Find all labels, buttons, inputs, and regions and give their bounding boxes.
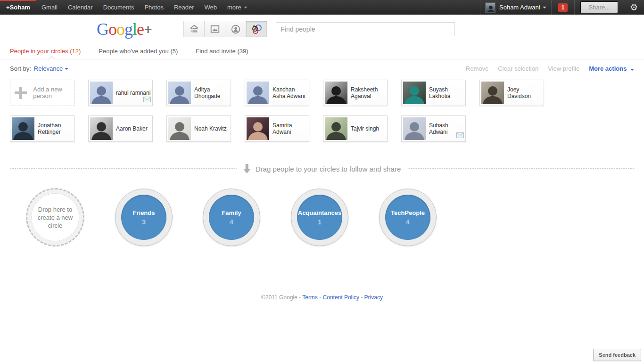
circle-inner: Acquaintances1: [297, 195, 342, 240]
person-name: Joey Davidson: [504, 86, 542, 99]
person-avatar: [168, 82, 191, 104]
chevron-down-icon: [65, 68, 68, 70]
person-silhouette-icon: [403, 83, 426, 104]
person-card[interactable]: Noah Kravitz: [166, 115, 231, 142]
person-avatar: [403, 82, 426, 104]
person-card[interactable]: Kanchan Asha Adwani: [245, 80, 309, 106]
person-silhouette-icon: [90, 83, 113, 104]
tab-1[interactable]: People who've added you (5): [99, 43, 185, 59]
person-name: Suyash Lakhotia: [426, 86, 464, 99]
person-name: Jonathan Rettinger: [34, 122, 73, 135]
circle-count: 1: [318, 218, 322, 226]
logo-letter: e: [137, 20, 144, 39]
circle-name: TechPeople: [391, 209, 425, 216]
footer-separator: -: [318, 294, 323, 301]
tab-0-active[interactable]: People in your circles (12): [10, 43, 88, 59]
person-card[interactable]: Raksheeth Agarwal: [323, 80, 388, 106]
share-button[interactable]: Share...: [580, 1, 618, 13]
add-new-person-card[interactable]: Add a new person: [10, 80, 74, 106]
topbar-link-reader[interactable]: Reader: [169, 0, 199, 15]
person-name: Tajvir singh: [347, 125, 379, 132]
topbar-link-more[interactable]: more: [222, 0, 253, 15]
person-avatar: [12, 117, 34, 140]
email-icon: [456, 132, 464, 138]
topbar-link-calendar[interactable]: Calendar: [63, 0, 98, 15]
person-card[interactable]: rahul ramnani: [88, 80, 153, 106]
top-bar: +Soham GmailCalendarDocumentsPhotosReade…: [0, 0, 644, 15]
home-icon: [189, 24, 199, 34]
logo-letter: o: [116, 20, 124, 39]
circle-family[interactable]: Family4: [203, 189, 260, 246]
selection-actions: RemoveClear selectionView profile More a…: [466, 65, 634, 72]
footer-link-privacy[interactable]: Privacy: [364, 294, 383, 301]
person-silhouette-icon: [247, 119, 269, 140]
footer-link-content-policy[interactable]: Content Policy: [323, 294, 359, 301]
topbar-right: Soham Adwani 1 Share... ⚙: [480, 0, 644, 15]
logo-plus: +: [144, 22, 151, 37]
logo-letter: o: [108, 20, 116, 39]
circle-techpeople[interactable]: TechPeople4: [379, 189, 437, 246]
topbar-link-gmail[interactable]: Gmail: [36, 0, 63, 15]
action-view-profile: View profile: [548, 65, 579, 72]
topbar-links: +Soham GmailCalendarDocumentsPhotosReade…: [0, 0, 253, 15]
person-card[interactable]: Aditya Dhongade: [166, 80, 231, 106]
footer: ©2011 Google - Terms - Content Policy - …: [0, 294, 644, 301]
drop-new-circle-target[interactable]: Drop here to create a new circle: [26, 188, 84, 247]
circle-acquaintances[interactable]: Acquaintances1: [291, 189, 348, 246]
chevron-down-icon: [244, 7, 248, 8]
nav-photos-button[interactable]: [205, 21, 225, 37]
send-feedback-button[interactable]: Send feedback: [593, 349, 641, 361]
person-card[interactable]: Joey Davidson: [479, 80, 544, 106]
person-avatar: [325, 82, 347, 104]
person-card[interactable]: Jonathan Rettinger: [10, 115, 74, 142]
notifications-button[interactable]: 1: [551, 0, 575, 15]
toolbar: Sort by: Relevance RemoveClear selection…: [0, 59, 644, 76]
google-plus-logo[interactable]: Google+: [97, 21, 151, 38]
nav-home-button[interactable]: [184, 21, 205, 37]
topbar-nav-links: GmailCalendarDocumentsPhotosReaderWeb: [36, 0, 222, 15]
circle-friends[interactable]: Friends3: [115, 189, 173, 246]
person-card[interactable]: Samrita Adwani: [245, 115, 309, 142]
circle-inner: Friends3: [121, 195, 166, 240]
topbar-link-web[interactable]: Web: [199, 0, 223, 15]
person-name: Kanchan Asha Adwani: [269, 86, 307, 99]
person-avatar: [247, 117, 269, 140]
tab-2[interactable]: Find and invite (39): [196, 43, 256, 59]
header: Google+: [0, 15, 644, 43]
topbar-link-photos[interactable]: Photos: [139, 0, 168, 15]
nav-circles-button[interactable]: [246, 21, 267, 37]
user-menu[interactable]: Soham Adwani: [480, 0, 551, 15]
gear-icon[interactable]: ⚙: [624, 0, 644, 15]
actions: RemoveClear selectionView profile: [466, 65, 579, 72]
circle-inner: TechPeople4: [385, 195, 430, 240]
person-card[interactable]: Aaron Baker: [88, 115, 153, 142]
circle-count: 4: [406, 218, 410, 226]
nav-profile-button[interactable]: [225, 21, 246, 37]
email-icon: [143, 97, 151, 102]
person-silhouette-icon: [481, 83, 504, 104]
topbar-link-documents[interactable]: Documents: [98, 0, 140, 15]
person-card[interactable]: Subash Adwani: [401, 115, 466, 142]
drag-divider: Drag people to your circles to follow an…: [10, 162, 634, 176]
footer-link-terms[interactable]: Terms: [302, 294, 318, 301]
logo-letter: G: [97, 20, 108, 39]
person-silhouette-icon: [487, 5, 495, 13]
logo-letters: Google: [97, 20, 144, 39]
person-silhouette-icon: [12, 119, 34, 140]
person-silhouette-icon: [168, 119, 191, 140]
logo-letter: g: [124, 20, 132, 39]
person-card[interactable]: Tajvir singh: [323, 115, 388, 142]
sort-relevance-dropdown[interactable]: Relevance: [34, 65, 63, 72]
person-name: Samrita Adwani: [269, 122, 307, 135]
email-only-badge: [143, 96, 151, 104]
person-silhouette-icon: [90, 119, 113, 140]
topbar-brand-soham[interactable]: +Soham: [0, 0, 36, 15]
topbar-more-label: more: [227, 4, 241, 11]
search-input[interactable]: [276, 22, 455, 36]
footer-separator: -: [359, 294, 364, 301]
person-card[interactable]: Suyash Lakhotia: [401, 80, 466, 106]
circle-count: 4: [230, 218, 233, 226]
more-actions-button[interactable]: More actions: [589, 65, 634, 72]
person-avatar: [168, 117, 191, 140]
circle-name: Friends: [133, 209, 155, 216]
